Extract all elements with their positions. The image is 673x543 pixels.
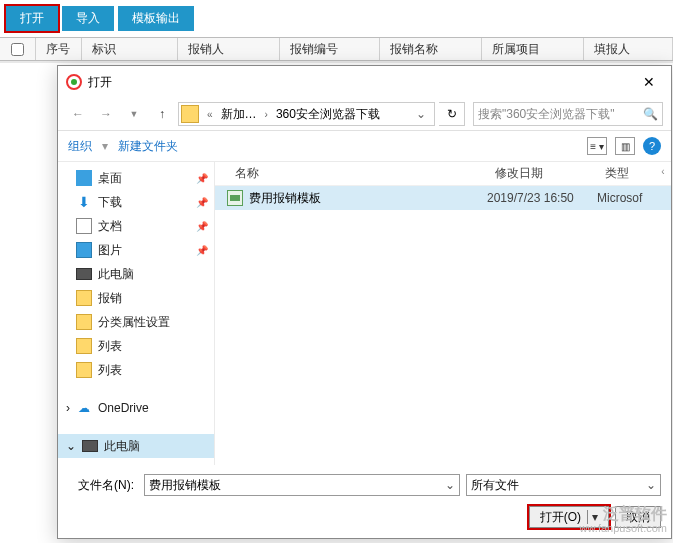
template-output-button[interactable]: 模板输出 bbox=[118, 6, 194, 31]
file-list: 名称 修改日期 类型 费用报销模板 2019/7/23 16:50 Micros… bbox=[215, 162, 671, 465]
select-all-checkbox[interactable] bbox=[11, 43, 24, 56]
col-mark[interactable]: 标识 bbox=[82, 38, 178, 60]
pin-icon[interactable]: 📌 bbox=[196, 197, 208, 208]
col-number[interactable]: 报销编号 bbox=[280, 38, 380, 60]
col-index[interactable]: 序号 bbox=[36, 38, 82, 60]
document-icon bbox=[76, 218, 92, 234]
nav-fwd-icon: → bbox=[94, 102, 118, 126]
import-button[interactable]: 导入 bbox=[62, 6, 114, 31]
computer-icon bbox=[82, 440, 98, 452]
organize-button[interactable]: 组织 bbox=[68, 138, 92, 155]
new-folder-button[interactable]: 新建文件夹 bbox=[118, 138, 178, 155]
chevron-down-icon[interactable]: ▾ bbox=[587, 510, 598, 524]
filter-select[interactable]: 所有文件 ⌄ bbox=[466, 474, 661, 496]
col-filler[interactable]: 填报人 bbox=[584, 38, 673, 60]
grid-header: 序号 标识 报销人 报销编号 报销名称 所属项目 填报人 bbox=[0, 37, 673, 61]
folder-icon bbox=[76, 338, 92, 354]
filename-input[interactable]: 费用报销模板 ⌄ bbox=[144, 474, 460, 496]
col-person[interactable]: 报销人 bbox=[178, 38, 280, 60]
folder-icon bbox=[76, 314, 92, 330]
chevron-down-icon[interactable]: ⌄ bbox=[646, 478, 656, 492]
folder-icon bbox=[181, 105, 199, 123]
tree-docs[interactable]: 文档📌 bbox=[58, 214, 214, 238]
tree-pc-selected[interactable]: ⌄此电脑 bbox=[58, 434, 214, 458]
filename-value: 费用报销模板 bbox=[149, 477, 221, 494]
app-icon bbox=[66, 74, 82, 90]
view-mode-button[interactable]: ≡ ▾ bbox=[587, 137, 607, 155]
tree-folder[interactable]: 列表 bbox=[58, 358, 214, 382]
chevron-icon[interactable]: › bbox=[261, 109, 272, 120]
scroll-left-icon[interactable]: ‹ bbox=[654, 162, 672, 180]
filename-label: 文件名(N): bbox=[68, 477, 138, 494]
pin-icon[interactable]: 📌 bbox=[196, 245, 208, 256]
picture-icon bbox=[76, 242, 92, 258]
preview-pane-button[interactable]: ▥ bbox=[615, 137, 635, 155]
search-icon[interactable]: 🔍 bbox=[643, 107, 658, 121]
tree-folder[interactable]: 列表 bbox=[58, 334, 214, 358]
tree-folder[interactable]: 报销 bbox=[58, 286, 214, 310]
chevron-icon[interactable]: « bbox=[203, 109, 217, 120]
file-open-dialog: 打开 ✕ ← → ▼ ↑ « 新加… › 360安全浏览器下载 ⌄ ↻ 搜索"3… bbox=[57, 65, 672, 539]
svg-point-1 bbox=[71, 79, 77, 85]
pin-icon[interactable]: 📌 bbox=[196, 221, 208, 232]
cloud-icon: ☁ bbox=[76, 400, 92, 416]
cancel-button[interactable]: 取消 bbox=[615, 506, 661, 528]
folder-tree[interactable]: 桌面📌 ⬇下载📌 文档📌 图片📌 此电脑 报销 分类属性设置 列表 列表 ›☁O… bbox=[58, 162, 215, 465]
tree-download[interactable]: ⬇下载📌 bbox=[58, 190, 214, 214]
col-name[interactable]: 名称 bbox=[227, 165, 487, 182]
close-icon[interactable]: ✕ bbox=[635, 72, 663, 92]
tree-pics[interactable]: 图片📌 bbox=[58, 238, 214, 262]
tree-desktop[interactable]: 桌面📌 bbox=[58, 166, 214, 190]
pin-icon[interactable]: 📌 bbox=[196, 173, 208, 184]
dialog-title: 打开 bbox=[88, 74, 112, 91]
refresh-icon[interactable]: ↻ bbox=[439, 102, 465, 126]
col-project[interactable]: 所属项目 bbox=[482, 38, 584, 60]
chevron-down-icon[interactable]: ▾ bbox=[102, 139, 108, 153]
file-date: 2019/7/23 16:50 bbox=[487, 191, 597, 205]
search-placeholder: 搜索"360安全浏览器下载" bbox=[478, 106, 615, 123]
open-button[interactable]: 打开 bbox=[6, 6, 58, 31]
chevron-down-icon[interactable]: ⌄ bbox=[445, 478, 455, 492]
nav-dd-icon[interactable]: ▼ bbox=[122, 102, 146, 126]
tree-onedrive[interactable]: ›☁OneDrive bbox=[58, 396, 214, 420]
download-icon: ⬇ bbox=[76, 194, 92, 210]
computer-icon bbox=[76, 268, 92, 280]
file-name: 费用报销模板 bbox=[249, 190, 321, 207]
filter-value: 所有文件 bbox=[471, 477, 519, 494]
nav-up-icon[interactable]: ↑ bbox=[150, 102, 174, 126]
folder-icon bbox=[76, 362, 92, 378]
open-file-button[interactable]: 打开(O) ▾ bbox=[529, 506, 609, 528]
folder-icon bbox=[76, 290, 92, 306]
col-date[interactable]: 修改日期 bbox=[487, 165, 597, 182]
tree-folder[interactable]: 分类属性设置 bbox=[58, 310, 214, 334]
excel-icon bbox=[227, 190, 243, 206]
crumb-dropdown-icon[interactable]: ⌄ bbox=[410, 107, 432, 121]
desktop-icon bbox=[76, 170, 92, 186]
tree-pc[interactable]: 此电脑 bbox=[58, 262, 214, 286]
col-name[interactable]: 报销名称 bbox=[380, 38, 482, 60]
nav-back-icon[interactable]: ← bbox=[66, 102, 90, 126]
breadcrumb[interactable]: « 新加… › 360安全浏览器下载 ⌄ bbox=[178, 102, 435, 126]
help-icon[interactable]: ? bbox=[643, 137, 661, 155]
search-input[interactable]: 搜索"360安全浏览器下载" 🔍 bbox=[473, 102, 663, 126]
file-row-selected[interactable]: 费用报销模板 2019/7/23 16:50 Microsof bbox=[215, 186, 671, 210]
crumb-segment[interactable]: 新加… bbox=[217, 106, 261, 123]
crumb-segment[interactable]: 360安全浏览器下载 bbox=[272, 106, 384, 123]
